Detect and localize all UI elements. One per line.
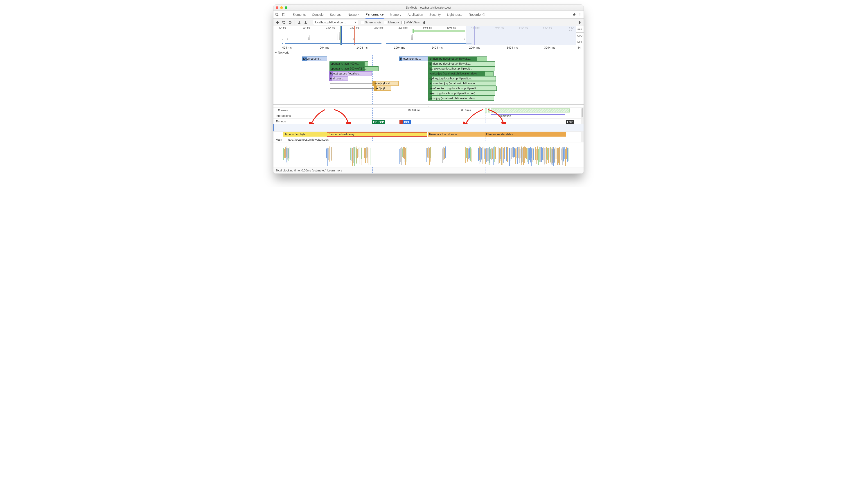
ruler-tick: 1494 ms xyxy=(356,46,368,49)
maximize-window-button[interactable] xyxy=(285,6,287,9)
minimize-window-button[interactable] xyxy=(280,6,283,9)
tab-recorder[interactable]: Recorder ⚗ xyxy=(469,11,485,18)
record-icon[interactable] xyxy=(276,21,279,24)
tab-performance[interactable]: Performance xyxy=(366,11,384,19)
network-request[interactable]: sydney.jpg (localhost.philipwalton... xyxy=(428,76,496,81)
network-request[interactable]: london.jpg (localhost.philipwalto... xyxy=(428,56,487,61)
network-request-label: london.jpg (localhost.philipwalto... xyxy=(428,57,472,60)
animation-label: Animation xyxy=(499,115,511,118)
tab-application[interactable]: Application xyxy=(407,11,423,18)
device-toolbar-icon[interactable] xyxy=(282,13,286,16)
network-request[interactable]: bootstrap.css (localhos... xyxy=(329,71,372,76)
network-request[interactable]: amsterdam.jpg (localhost.philipwalton...… xyxy=(428,81,496,86)
tracks-area: Frames 1050.0 ms 500.0 ms Interactions A… xyxy=(273,108,584,167)
network-request[interactable]: opensans-latin-700.woff2 (l... xyxy=(330,66,379,71)
network-request-label: amsterdam.jpg (localhost.philipwalton...… xyxy=(428,82,480,85)
inspect-element-icon[interactable] xyxy=(275,13,279,16)
network-request-label: perf.js (l... xyxy=(374,87,388,90)
svg-point-4 xyxy=(580,14,581,15)
ruler-tick: 44 xyxy=(577,46,581,49)
timings-header[interactable]: Timings FP FCP L DCL LCP xyxy=(273,119,584,124)
user-timing-row[interactable]: Time to first byte Resource load delay R… xyxy=(273,132,584,137)
network-request[interactable]: bangkok.jpg (localhost.philipwalt... xyxy=(428,66,495,71)
resource-load-delay-segment[interactable]: Resource load delay xyxy=(327,132,427,137)
profile-select[interactable]: localhost.philipwalton.... xyxy=(313,20,358,25)
web-vitals-label: Web Vitals xyxy=(406,21,420,24)
devtools-window: DevTools - localhost.philipwalton.dev/ E… xyxy=(273,4,584,174)
network-request[interactable]: photos.json (lo... xyxy=(399,56,428,61)
tab-console[interactable]: Console xyxy=(312,11,323,18)
tab-sources[interactable]: Sources xyxy=(330,11,341,18)
detail-ruler[interactable]: 494 ms994 ms1494 ms1994 ms2494 ms2994 ms… xyxy=(273,45,584,50)
overview-selection[interactable] xyxy=(466,26,576,45)
tab-memory[interactable]: Memory xyxy=(390,11,402,18)
network-request[interactable]: main.css ... xyxy=(329,76,348,81)
kebab-menu-icon[interactable] xyxy=(578,13,582,16)
main-flamegraph[interactable] xyxy=(273,142,584,167)
ruler-tick: 3494 ms xyxy=(507,46,518,49)
overview-tick: 494 ms xyxy=(279,26,286,29)
clear-icon[interactable] xyxy=(288,21,292,24)
network-request-label: venice.jpg (localhost.philipwalton.dev) xyxy=(428,72,477,75)
lcp-badge: LCP xyxy=(566,120,574,124)
learn-more-link[interactable]: Learn more xyxy=(327,169,342,172)
network-request[interactable]: localhost.phi... xyxy=(302,56,327,61)
network-request-label: sydney.jpg (localhost.philipwalton... xyxy=(428,77,474,80)
l-badge: L xyxy=(400,120,403,124)
ruler-tick: 1994 ms xyxy=(394,46,405,49)
interactions-track[interactable]: Interactions Animation xyxy=(273,113,584,119)
dcl-badge: DCL xyxy=(403,120,411,124)
reload-icon[interactable] xyxy=(282,21,286,24)
network-request-label: bootstrap.css (localhos... xyxy=(329,72,362,75)
overview-tick: 994 ms xyxy=(303,26,310,29)
network-request-label: localhost.phi... xyxy=(302,57,322,60)
memory-checkbox[interactable]: Memory xyxy=(384,21,399,24)
ruler-tick: 494 ms xyxy=(282,46,292,49)
screenshots-checkbox[interactable]: Screenshots xyxy=(361,21,381,24)
tab-lighthouse[interactable]: Lighthouse xyxy=(447,11,463,18)
network-request[interactable]: san-francisco.jpg (localhost.philipwalt.… xyxy=(428,86,497,91)
svg-rect-2 xyxy=(284,14,285,16)
performance-toolbar: localhost.philipwalton.... Screenshots M… xyxy=(273,19,584,26)
window-controls xyxy=(273,6,287,9)
download-icon[interactable] xyxy=(304,21,307,24)
overview-tick: 2994 ms xyxy=(399,26,407,29)
svg-point-5 xyxy=(580,15,581,16)
ruler-tick: 2494 ms xyxy=(432,46,443,49)
network-waterfall[interactable]: localhost.phi...opensans-latin-400.w...o… xyxy=(273,55,584,105)
frames-track[interactable]: Frames 1050.0 ms 500.0 ms xyxy=(273,108,584,113)
memory-label: Memory xyxy=(388,21,399,24)
resize-handle[interactable]: ≡ xyxy=(273,105,584,108)
close-window-button[interactable] xyxy=(276,6,279,9)
ttfb-segment[interactable]: Time to first byte xyxy=(283,132,327,137)
settings-gear-icon[interactable] xyxy=(572,13,576,16)
network-panel-header[interactable]: Network xyxy=(273,50,584,55)
network-request[interactable]: perf.js (l... xyxy=(374,86,391,91)
timeline-overview[interactable]: 494 ms994 ms1494 ms1994 ms2494 ms2994 ms… xyxy=(273,26,584,45)
network-request[interactable]: london.jpg (localhost.philipwalto... xyxy=(428,62,495,66)
network-request[interactable]: main.js (local... xyxy=(372,81,399,86)
tab-network[interactable]: Network xyxy=(348,11,359,18)
overview-tick: 3494 ms xyxy=(423,26,432,29)
resource-load-duration-segment[interactable]: Resource load duration xyxy=(428,132,485,137)
network-request-label: san-francisco.jpg (localhost.philipwalt.… xyxy=(428,87,479,90)
tab-security[interactable]: Security xyxy=(430,11,441,18)
ruler-tick: 3994 ms xyxy=(544,46,555,49)
svg-point-6 xyxy=(276,21,279,23)
network-request[interactable]: venice.jpg (localhost.philipwalton.dev) xyxy=(428,71,493,76)
main-track-header[interactable]: Main — https://localhost.philipwalton.de… xyxy=(273,137,584,142)
tab-elements[interactable]: Elements xyxy=(292,11,306,18)
capture-settings-gear-icon[interactable] xyxy=(578,21,581,24)
trash-icon[interactable] xyxy=(422,21,426,24)
network-request[interactable]: paris.jpg (localhost.philipwalton.dev) xyxy=(428,96,494,101)
network-request-label: photos.json (lo... xyxy=(399,57,422,60)
timings-band xyxy=(273,124,584,132)
network-request-label: tokyo.jpg (localhost.philipwalton.dev) xyxy=(428,92,476,95)
upload-icon[interactable] xyxy=(298,21,301,24)
frame-duration-2: 500.0 ms xyxy=(460,109,471,112)
web-vitals-checkbox[interactable]: Web Vitals xyxy=(402,21,420,24)
network-request[interactable]: tokyo.jpg (localhost.philipwalton.dev) xyxy=(428,91,495,96)
ruler-tick: 2994 ms xyxy=(469,46,480,49)
network-request[interactable]: opensans-latin-400.w... xyxy=(330,62,368,66)
element-render-delay-segment[interactable]: Element render delay xyxy=(485,132,566,137)
